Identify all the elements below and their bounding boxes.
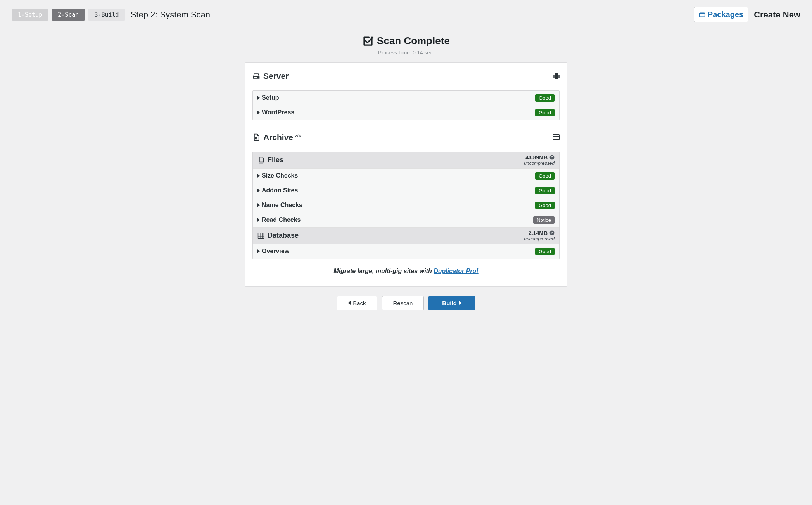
svg-text:?: ? — [551, 231, 553, 235]
svg-rect-5 — [555, 73, 558, 79]
server-rows: Setup Good WordPress Good — [252, 90, 560, 120]
packages-icon — [699, 12, 705, 17]
files-icon — [257, 157, 264, 164]
back-button[interactable]: Back — [337, 296, 377, 310]
topbar-right: Packages Create New — [694, 7, 800, 22]
promo-prefix: Migrate large, multi-gig sites with — [333, 268, 434, 274]
row-read-checks-label: Read Checks — [262, 216, 301, 223]
scan-complete-title-text: Scan Complete — [377, 35, 450, 47]
rescan-label: Rescan — [393, 300, 413, 306]
archive-format: zip — [295, 133, 301, 138]
caret-right-icon — [257, 203, 260, 207]
row-read-checks-status: Notice — [533, 216, 555, 224]
files-title: Files — [268, 156, 283, 164]
subheader-files: Files 43.89MB ? uncompressed — [253, 152, 559, 169]
files-size-text: 43.89MB — [525, 154, 548, 161]
build-label: Build — [442, 300, 457, 306]
back-label: Back — [353, 300, 366, 306]
scan-complete-header: Scan Complete Process Time: 0.14 sec. — [0, 35, 812, 55]
step-2-scan: 2-Scan — [52, 9, 85, 21]
triangle-right-icon — [459, 301, 462, 305]
duplicator-pro-link[interactable]: Duplicator Pro! — [434, 268, 479, 274]
svg-rect-2 — [700, 14, 705, 16]
caret-right-icon — [257, 249, 260, 253]
hdd-icon — [252, 72, 260, 80]
section-server-title: Server — [263, 71, 289, 81]
rescan-button[interactable]: Rescan — [382, 296, 424, 310]
scan-panel: Server Setup Good WordPress Good Archive… — [245, 62, 567, 287]
files-size: 43.89MB ? — [525, 154, 555, 161]
packages-button[interactable]: Packages — [694, 7, 748, 22]
archive-rows: Files 43.89MB ? uncompressed Size Checks… — [252, 152, 560, 259]
chip-icon[interactable] — [553, 73, 560, 80]
process-time: Process Time: 0.14 sec. — [0, 50, 812, 55]
row-name-checks-status: Good — [535, 202, 555, 209]
triangle-left-icon — [348, 301, 351, 305]
table-icon — [257, 232, 264, 239]
packages-label: Packages — [708, 10, 743, 19]
row-read-checks[interactable]: Read Checks Notice — [253, 213, 559, 228]
svg-rect-1 — [700, 12, 705, 12]
row-wordpress-label: WordPress — [262, 109, 294, 116]
check-square-icon — [362, 35, 374, 47]
row-name-checks[interactable]: Name Checks Good — [253, 198, 559, 213]
row-setup-label: Setup — [262, 94, 279, 101]
section-archive-header: Archivezip — [252, 130, 560, 146]
row-wordpress[interactable]: WordPress Good — [253, 105, 559, 120]
scan-complete-title: Scan Complete — [362, 35, 450, 47]
svg-text:?: ? — [551, 156, 553, 159]
section-server-header: Server — [252, 68, 560, 85]
row-overview[interactable]: Overview Good — [253, 244, 559, 259]
section-archive-title: Archivezip — [263, 133, 301, 142]
steps: 1-Setup 2-Scan 3-Build — [12, 9, 125, 21]
row-overview-label: Overview — [262, 248, 289, 255]
promo-text: Migrate large, multi-gig sites with Dupl… — [252, 268, 560, 275]
svg-rect-20 — [258, 233, 264, 239]
build-button[interactable]: Build — [428, 296, 475, 310]
database-size: 2.14MB ? — [529, 230, 555, 236]
caret-right-icon — [257, 111, 260, 114]
archive-title-text: Archive — [263, 133, 293, 142]
file-archive-icon — [252, 133, 260, 141]
row-size-checks[interactable]: Size Checks Good — [253, 169, 559, 183]
row-addon-sites-status: Good — [535, 187, 555, 194]
database-uncompressed: uncompressed — [524, 236, 555, 242]
footer-buttons: Back Rescan Build — [0, 296, 812, 310]
database-size-text: 2.14MB — [529, 230, 548, 236]
row-size-checks-status: Good — [535, 172, 555, 180]
help-icon[interactable]: ? — [549, 155, 555, 160]
database-title: Database — [268, 232, 299, 240]
caret-right-icon — [257, 218, 260, 222]
step-heading: Step 2: System Scan — [131, 10, 210, 20]
row-addon-sites[interactable]: Addon Sites Good — [253, 183, 559, 198]
step-3-build[interactable]: 3-Build — [88, 9, 125, 21]
window-icon[interactable] — [553, 134, 560, 140]
step-1-setup: 1-Setup — [12, 9, 48, 21]
files-uncompressed: uncompressed — [524, 161, 555, 166]
row-size-checks-label: Size Checks — [262, 172, 298, 179]
row-wordpress-status: Good — [535, 109, 555, 116]
caret-right-icon — [257, 174, 260, 178]
subheader-database: Database 2.14MB ? uncompressed — [253, 228, 559, 244]
row-setup[interactable]: Setup Good — [253, 91, 559, 105]
row-name-checks-label: Name Checks — [262, 202, 302, 209]
svg-rect-16 — [553, 135, 559, 140]
row-setup-status: Good — [535, 94, 555, 102]
svg-point-14 — [255, 137, 257, 139]
row-addon-sites-label: Addon Sites — [262, 187, 298, 194]
create-new-label: Create New — [754, 10, 800, 20]
help-icon[interactable]: ? — [549, 230, 555, 235]
caret-right-icon — [257, 189, 260, 192]
caret-right-icon — [257, 96, 260, 100]
row-overview-status: Good — [535, 248, 555, 255]
svg-point-4 — [258, 77, 259, 78]
topbar: 1-Setup 2-Scan 3-Build Step 2: System Sc… — [0, 0, 812, 29]
